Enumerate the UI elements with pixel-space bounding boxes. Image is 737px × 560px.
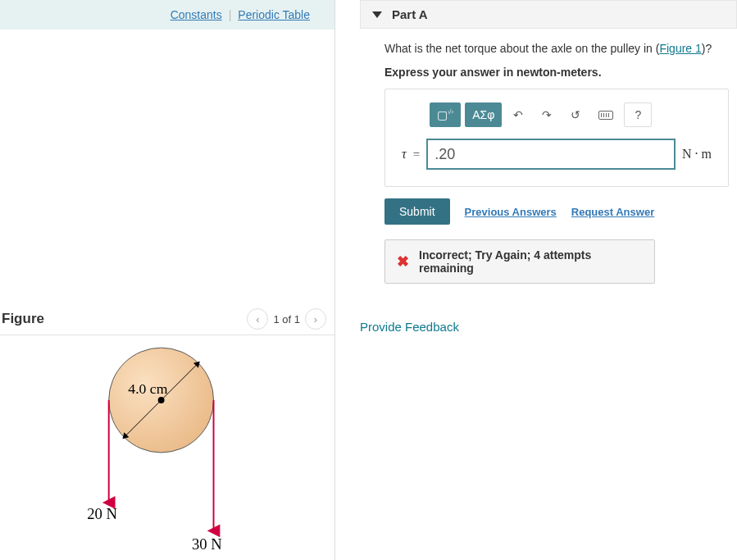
figure-ref-link[interactable]: Figure 1 [659, 42, 701, 55]
left-force-label: 20 N [87, 505, 117, 522]
redo-button[interactable]: ↷ [535, 102, 559, 127]
incorrect-icon: ✖ [397, 253, 409, 271]
previous-answers-link[interactable]: Previous Answers [465, 206, 557, 218]
figure-counter: 1 of 1 [273, 313, 300, 326]
figure-prev-button[interactable]: ‹ [247, 308, 268, 330]
keyboard-icon [598, 111, 613, 120]
equals-sign: = [413, 148, 420, 162]
answer-box: ▢√▫ ΑΣφ ↶ ↷ ↺ ? τ = N · m [384, 89, 729, 187]
equation-toolbar: ▢√▫ ΑΣφ ↶ ↷ ↺ ? [430, 102, 712, 127]
question-text: What is the net torque about the axle on… [384, 40, 729, 57]
figure-next-button[interactable]: › [305, 308, 326, 330]
units-label: N · m [682, 147, 712, 162]
keyboard-button[interactable] [592, 102, 620, 127]
greek-button[interactable]: ΑΣφ [465, 102, 502, 127]
caret-down-icon [372, 11, 382, 18]
undo-button[interactable]: ↶ [506, 102, 530, 127]
constants-bar: Constants | Periodic Table [0, 0, 334, 30]
request-answer-link[interactable]: Request Answer [571, 206, 654, 218]
submit-button[interactable]: Submit [384, 198, 450, 225]
template-button[interactable]: ▢√▫ [430, 102, 461, 127]
figure-title: Figure [2, 311, 44, 327]
provide-feedback-link[interactable]: Provide Feedback [360, 320, 737, 334]
part-title: Part A [392, 7, 428, 21]
reset-button[interactable]: ↺ [563, 102, 588, 127]
svg-point-4 [158, 397, 165, 403]
separator: | [229, 8, 232, 21]
help-button[interactable]: ? [624, 102, 652, 127]
answer-input[interactable] [426, 139, 676, 170]
constants-link[interactable]: Constants [171, 8, 222, 21]
feedback-bar: ✖ Incorrect; Try Again; 4 attempts remai… [384, 239, 655, 284]
periodic-table-link[interactable]: Periodic Table [238, 8, 310, 21]
right-force-label: 30 N [192, 535, 222, 553]
part-header[interactable]: Part A [360, 0, 737, 29]
instruction-text: Express your answer in newton-meters. [384, 66, 729, 79]
diameter-label: 4.0 cm [128, 380, 167, 397]
variable-label: τ [402, 147, 407, 162]
figure-diagram: 4.0 cm 20 N 30 N [0, 335, 334, 560]
feedback-text: Incorrect; Try Again; 4 attempts remaini… [419, 248, 643, 275]
